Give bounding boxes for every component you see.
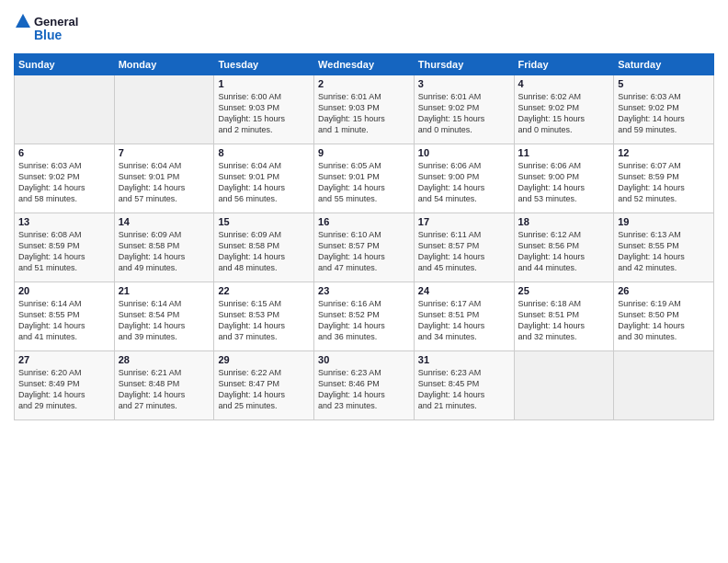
- calendar-cell: 18Sunrise: 6:12 AM Sunset: 8:56 PM Dayli…: [514, 213, 614, 282]
- calendar-cell: 29Sunrise: 6:22 AM Sunset: 8:47 PM Dayli…: [214, 351, 314, 420]
- calendar-cell: 17Sunrise: 6:11 AM Sunset: 8:57 PM Dayli…: [414, 213, 514, 282]
- svg-text:General: General: [34, 15, 78, 29]
- day-number: 19: [618, 216, 710, 227]
- calendar-cell: 21Sunrise: 6:14 AM Sunset: 8:54 PM Dayli…: [114, 282, 214, 351]
- cell-info: Sunrise: 6:04 AM Sunset: 9:01 PM Dayligh…: [119, 160, 210, 205]
- calendar-cell: 10Sunrise: 6:06 AM Sunset: 9:00 PM Dayli…: [414, 144, 514, 213]
- cell-info: Sunrise: 6:10 AM Sunset: 8:57 PM Dayligh…: [318, 229, 410, 274]
- day-number: 3: [418, 78, 510, 89]
- cell-info: Sunrise: 6:21 AM Sunset: 8:48 PM Dayligh…: [119, 367, 210, 412]
- cell-info: Sunrise: 6:23 AM Sunset: 8:45 PM Dayligh…: [418, 367, 510, 412]
- calendar-cell: 14Sunrise: 6:09 AM Sunset: 8:58 PM Dayli…: [114, 213, 214, 282]
- cell-info: Sunrise: 6:11 AM Sunset: 8:57 PM Dayligh…: [418, 229, 510, 274]
- svg-marker-2: [16, 14, 30, 28]
- weekday-header-wednesday: Wednesday: [314, 54, 415, 75]
- cell-info: Sunrise: 6:07 AM Sunset: 8:59 PM Dayligh…: [618, 160, 710, 205]
- cell-info: Sunrise: 6:20 AM Sunset: 8:49 PM Dayligh…: [18, 367, 110, 412]
- calendar-cell: 5Sunrise: 6:03 AM Sunset: 9:02 PM Daylig…: [614, 75, 714, 144]
- day-number: 18: [518, 216, 610, 227]
- calendar-cell: 15Sunrise: 6:09 AM Sunset: 8:58 PM Dayli…: [214, 213, 314, 282]
- weekday-header-tuesday: Tuesday: [214, 54, 314, 75]
- svg-text:Blue: Blue: [34, 28, 63, 42]
- day-number: 31: [418, 354, 510, 365]
- calendar-cell: 3Sunrise: 6:01 AM Sunset: 9:02 PM Daylig…: [414, 75, 514, 144]
- cell-info: Sunrise: 6:18 AM Sunset: 8:51 PM Dayligh…: [518, 298, 610, 343]
- cell-info: Sunrise: 6:08 AM Sunset: 8:59 PM Dayligh…: [18, 229, 110, 274]
- calendar-cell: 27Sunrise: 6:20 AM Sunset: 8:49 PM Dayli…: [15, 351, 115, 420]
- day-number: 22: [218, 285, 310, 296]
- day-number: 21: [119, 285, 210, 296]
- week-row-3: 13Sunrise: 6:08 AM Sunset: 8:59 PM Dayli…: [15, 213, 714, 282]
- week-row-2: 6Sunrise: 6:03 AM Sunset: 9:02 PM Daylig…: [15, 144, 714, 213]
- calendar-cell: 9Sunrise: 6:05 AM Sunset: 9:01 PM Daylig…: [314, 144, 415, 213]
- cell-info: Sunrise: 6:01 AM Sunset: 9:02 PM Dayligh…: [418, 91, 510, 136]
- calendar-cell: [15, 75, 115, 144]
- day-number: 30: [318, 354, 410, 365]
- weekday-header-friday: Friday: [514, 54, 614, 75]
- calendar-cell: 20Sunrise: 6:14 AM Sunset: 8:55 PM Dayli…: [15, 282, 115, 351]
- weekday-header-sunday: Sunday: [15, 54, 115, 75]
- day-number: 6: [18, 147, 110, 158]
- cell-info: Sunrise: 6:03 AM Sunset: 9:02 PM Dayligh…: [18, 160, 110, 205]
- calendar-cell: 24Sunrise: 6:17 AM Sunset: 8:51 PM Dayli…: [414, 282, 514, 351]
- cell-info: Sunrise: 6:14 AM Sunset: 8:55 PM Dayligh…: [18, 298, 110, 343]
- day-number: 26: [618, 285, 710, 296]
- calendar-cell: [614, 351, 714, 420]
- day-number: 17: [418, 216, 510, 227]
- day-number: 12: [618, 147, 710, 158]
- weekday-header-thursday: Thursday: [414, 54, 514, 75]
- cell-info: Sunrise: 6:17 AM Sunset: 8:51 PM Dayligh…: [418, 298, 510, 343]
- weekday-header-monday: Monday: [114, 54, 214, 75]
- day-number: 23: [318, 285, 410, 296]
- cell-info: Sunrise: 6:02 AM Sunset: 9:02 PM Dayligh…: [518, 91, 610, 136]
- day-number: 24: [418, 285, 510, 296]
- cell-info: Sunrise: 6:23 AM Sunset: 8:46 PM Dayligh…: [318, 367, 410, 412]
- cell-info: Sunrise: 6:06 AM Sunset: 9:00 PM Dayligh…: [418, 160, 510, 205]
- day-number: 28: [119, 354, 210, 365]
- calendar-cell: 23Sunrise: 6:16 AM Sunset: 8:52 PM Dayli…: [314, 282, 415, 351]
- day-number: 15: [218, 216, 310, 227]
- calendar-page: General Blue SundayMondayTuesdayWednesda…: [0, 0, 728, 563]
- calendar-cell: 8Sunrise: 6:04 AM Sunset: 9:01 PM Daylig…: [214, 144, 314, 213]
- weekday-header-saturday: Saturday: [614, 54, 714, 75]
- day-number: 4: [518, 78, 610, 89]
- header: General Blue: [14, 9, 714, 46]
- day-number: 14: [119, 216, 210, 227]
- cell-info: Sunrise: 6:13 AM Sunset: 8:55 PM Dayligh…: [618, 229, 710, 274]
- day-number: 11: [518, 147, 610, 158]
- day-number: 20: [18, 285, 110, 296]
- cell-info: Sunrise: 6:16 AM Sunset: 8:52 PM Dayligh…: [318, 298, 410, 343]
- day-number: 29: [218, 354, 310, 365]
- calendar-cell: 1Sunrise: 6:00 AM Sunset: 9:03 PM Daylig…: [214, 75, 314, 144]
- day-number: 9: [318, 147, 410, 158]
- calendar-table: SundayMondayTuesdayWednesdayThursdayFrid…: [14, 53, 714, 420]
- day-number: 27: [18, 354, 110, 365]
- cell-info: Sunrise: 6:09 AM Sunset: 8:58 PM Dayligh…: [119, 229, 210, 274]
- cell-info: Sunrise: 6:19 AM Sunset: 8:50 PM Dayligh…: [618, 298, 710, 343]
- calendar-cell: 28Sunrise: 6:21 AM Sunset: 8:48 PM Dayli…: [114, 351, 214, 420]
- cell-info: Sunrise: 6:04 AM Sunset: 9:01 PM Dayligh…: [218, 160, 310, 205]
- cell-info: Sunrise: 6:00 AM Sunset: 9:03 PM Dayligh…: [218, 91, 310, 136]
- calendar-cell: 4Sunrise: 6:02 AM Sunset: 9:02 PM Daylig…: [514, 75, 614, 144]
- calendar-cell: 30Sunrise: 6:23 AM Sunset: 8:46 PM Dayli…: [314, 351, 415, 420]
- day-number: 7: [119, 147, 210, 158]
- calendar-cell: 25Sunrise: 6:18 AM Sunset: 8:51 PM Dayli…: [514, 282, 614, 351]
- calendar-cell: 22Sunrise: 6:15 AM Sunset: 8:53 PM Dayli…: [214, 282, 314, 351]
- calendar-cell: 31Sunrise: 6:23 AM Sunset: 8:45 PM Dayli…: [414, 351, 514, 420]
- day-number: 1: [218, 78, 310, 89]
- day-number: 25: [518, 285, 610, 296]
- cell-info: Sunrise: 6:15 AM Sunset: 8:53 PM Dayligh…: [218, 298, 310, 343]
- day-number: 8: [218, 147, 310, 158]
- day-number: 5: [618, 78, 710, 89]
- calendar-cell: [514, 351, 614, 420]
- day-number: 2: [318, 78, 410, 89]
- calendar-cell: 7Sunrise: 6:04 AM Sunset: 9:01 PM Daylig…: [114, 144, 214, 213]
- week-row-1: 1Sunrise: 6:00 AM Sunset: 9:03 PM Daylig…: [15, 75, 714, 144]
- week-row-4: 20Sunrise: 6:14 AM Sunset: 8:55 PM Dayli…: [15, 282, 714, 351]
- cell-info: Sunrise: 6:01 AM Sunset: 9:03 PM Dayligh…: [318, 91, 410, 136]
- calendar-cell: 19Sunrise: 6:13 AM Sunset: 8:55 PM Dayli…: [614, 213, 714, 282]
- calendar-cell: 16Sunrise: 6:10 AM Sunset: 8:57 PM Dayli…: [314, 213, 415, 282]
- cell-info: Sunrise: 6:09 AM Sunset: 8:58 PM Dayligh…: [218, 229, 310, 274]
- logo: General Blue: [14, 9, 87, 46]
- calendar-cell: 11Sunrise: 6:06 AM Sunset: 9:00 PM Dayli…: [514, 144, 614, 213]
